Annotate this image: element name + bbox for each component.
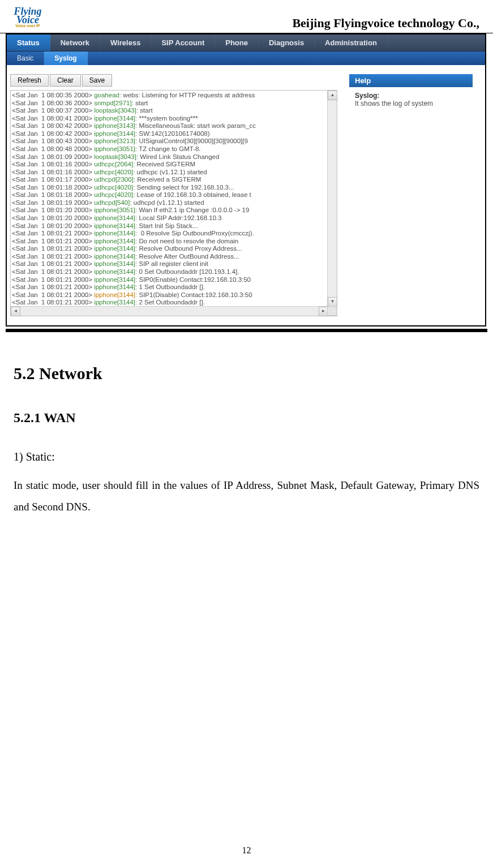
syslog-line: <Sat Jan 1 08:01:21 2000> ipphone[3144]:…	[12, 238, 328, 246]
syslog-line: <Sat Jan 1 08:01:18 2000> udhcpc[4020]: …	[12, 184, 328, 192]
syslog-line: <Sat Jan 1 08:01:21 2000> ipphone[3144]:…	[12, 283, 328, 291]
clear-button[interactable]: Clear	[50, 74, 81, 87]
horizontal-scrollbar[interactable]: ◄ ►	[11, 306, 338, 316]
page-header: Flying Voice Voice over IP Beijing Flyin…	[0, 0, 493, 33]
tab-wireless[interactable]: Wireless	[100, 35, 151, 51]
syslog-line: <Sat Jan 1 08:01:09 2000> looptask[3043]…	[12, 153, 328, 161]
syslog-line: <Sat Jan 1 08:01:21 2000> ipphone[3144]:…	[12, 230, 328, 238]
embedded-screenshot: Status Network Wireless SIP Account Phon…	[6, 33, 486, 326]
syslog-line: <Sat Jan 1 08:01:21 2000> ipphone[3144]:…	[12, 291, 328, 299]
syslog-line: <Sat Jan 1 08:00:35 2000> goahead: webs:…	[12, 92, 328, 100]
main-tabs: Status Network Wireless SIP Account Phon…	[7, 35, 485, 51]
help-text: It shows the log of system	[355, 100, 467, 108]
section-heading: 5.2 Network	[14, 364, 479, 383]
scroll-down-icon[interactable]: ▼	[328, 297, 337, 307]
tab-diagnosis[interactable]: Diagnosis	[259, 35, 315, 51]
scroll-corner	[327, 306, 337, 316]
tab-status[interactable]: Status	[7, 35, 50, 51]
syslog-line: <Sat Jan 1 08:00:41 2000> ipphone[3144]:…	[12, 115, 328, 123]
subtab-syslog[interactable]: Syslog	[44, 51, 87, 65]
syslog-line: <Sat Jan 1 08:01:17 2000> udhcpd[2300]: …	[12, 176, 328, 184]
syslog-line: <Sat Jan 1 08:01:21 2000> ipphone[3144]:…	[12, 268, 328, 276]
divider-bar	[6, 329, 487, 332]
syslog-line: <Sat Jan 1 08:01:18 2000> udhcpc[4020]: …	[12, 191, 328, 199]
refresh-button[interactable]: Refresh	[10, 74, 49, 87]
page-number: 12	[0, 845, 493, 856]
syslog-line: <Sat Jan 1 08:00:42 2000> ipphone[3144]:…	[12, 130, 328, 138]
paragraph: In static mode, user should fill in the …	[14, 475, 479, 518]
syslog-textarea[interactable]: <Sat Jan 1 08:00:35 2000> goahead: webs:…	[10, 90, 337, 316]
syslog-line: <Sat Jan 1 08:00:43 2000> ipphone[3213]:…	[12, 137, 328, 145]
syslog-line: <Sat Jan 1 08:00:42 2000> ipphone[3143]:…	[12, 122, 328, 130]
syslog-line: <Sat Jan 1 08:00:37 2000> looptask[3043]…	[12, 107, 328, 115]
item-heading: 1) Static:	[14, 450, 479, 463]
syslog-line: <Sat Jan 1 08:01:21 2000> ipphone[3144]:…	[12, 276, 328, 284]
syslog-line: <Sat Jan 1 08:01:21 2000> ipphone[3144]:…	[12, 260, 328, 268]
tab-sip-account[interactable]: SIP Account	[151, 35, 215, 51]
help-panel-body: Syslog: It shows the log of system	[349, 87, 473, 112]
logo-line2: Voice	[16, 16, 39, 24]
syslog-line: <Sat Jan 1 08:01:21 2000> ipphone[3144]:…	[12, 253, 328, 261]
syslog-line: <Sat Jan 1 08:01:20 2000> ipphone[3144]:…	[12, 222, 328, 230]
scroll-left-icon[interactable]: ◄	[11, 307, 20, 316]
subsection-heading: 5.2.1 WAN	[14, 410, 479, 426]
syslog-line: <Sat Jan 1 08:01:16 2000> udhcpc[4020]: …	[12, 169, 328, 177]
syslog-line: <Sat Jan 1 08:01:21 2000> ipphone[3144]:…	[12, 245, 328, 253]
tab-phone[interactable]: Phone	[215, 35, 259, 51]
syslog-line: <Sat Jan 1 08:01:20 2000> ipphone[3051]:…	[12, 207, 328, 214]
subtab-basic[interactable]: Basic	[7, 51, 44, 65]
logo: Flying Voice Voice over IP	[8, 3, 48, 32]
syslog-line: <Sat Jan 1 08:01:20 2000> ipphone[3144]:…	[12, 214, 328, 222]
button-row: Refresh Clear Save	[10, 74, 344, 87]
syslog-line: <Sat Jan 1 08:00:48 2000> ipphone[3051]:…	[12, 145, 328, 153]
syslog-line: <Sat Jan 1 08:00:36 2000> snmpd[2971]: s…	[12, 100, 328, 108]
help-label: Syslog:	[355, 92, 467, 100]
syslog-line: <Sat Jan 1 08:01:19 2000> udhcpd[540]: u…	[12, 199, 328, 207]
save-button[interactable]: Save	[82, 74, 112, 87]
tab-administration[interactable]: Administration	[315, 35, 388, 51]
syslog-line: <Sat Jan 1 08:01:16 2000> udhcpc[2064]: …	[12, 161, 328, 169]
tab-network[interactable]: Network	[50, 35, 100, 51]
syslog-line: <Sat Jan 1 08:01:21 2000> ipphone[3144]:…	[12, 299, 328, 306]
vertical-scrollbar[interactable]: ▲ ▼	[327, 91, 337, 307]
scroll-up-icon[interactable]: ▲	[328, 91, 337, 100]
logo-sub: Voice over IP	[15, 24, 40, 28]
sub-tabs: Basic Syslog	[7, 51, 485, 65]
company-name: Beijing Flyingvoice technology Co.,	[292, 16, 479, 32]
help-panel-header: Help	[349, 74, 473, 87]
